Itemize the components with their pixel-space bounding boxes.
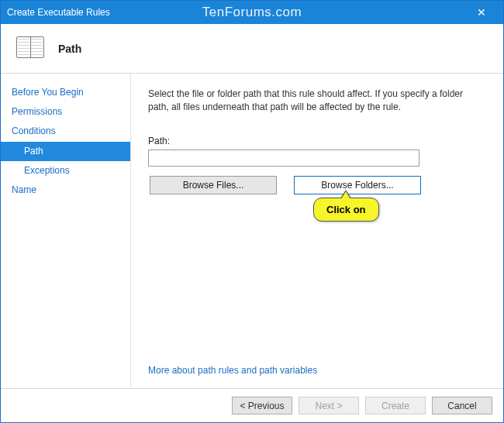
wizard-window: Create Executable Rules TenForums.com ✕ …: [0, 0, 504, 423]
wizard-body: Before You Begin Permissions Conditions …: [1, 74, 503, 388]
wizard-sidebar: Before You Begin Permissions Conditions …: [1, 74, 131, 388]
description-text: Select the file or folder path that this…: [148, 88, 486, 114]
close-icon: ✕: [477, 6, 486, 19]
sidebar-item-path[interactable]: Path: [1, 142, 130, 161]
sidebar-item-exceptions[interactable]: Exceptions: [1, 161, 130, 181]
cancel-button[interactable]: Cancel: [432, 397, 492, 414]
watermark-text: TenForums.com: [202, 5, 302, 20]
sidebar-item-before-you-begin[interactable]: Before You Begin: [1, 83, 130, 102]
next-button: Next >: [299, 397, 359, 414]
callout-text: Click on: [326, 204, 366, 215]
previous-button[interactable]: < Previous: [232, 397, 292, 414]
close-button[interactable]: ✕: [466, 1, 497, 24]
wizard-header: Path: [1, 24, 503, 74]
page-title: Path: [58, 43, 81, 55]
create-button: Create: [365, 397, 426, 414]
titlebar: Create Executable Rules TenForums.com ✕: [1, 1, 503, 24]
browse-folders-button[interactable]: Browse Folders...: [294, 176, 421, 194]
window-title: Create Executable Rules: [7, 7, 110, 18]
more-about-link[interactable]: More about path rules and path variables: [148, 365, 486, 380]
path-input[interactable]: [148, 150, 419, 167]
annotation-callout: Click on: [313, 198, 379, 222]
path-label: Path:: [148, 136, 486, 146]
sidebar-item-name[interactable]: Name: [1, 181, 130, 200]
browse-button-row: Browse Files... Browse Folders...: [150, 176, 486, 194]
wizard-footer: < Previous Next > Create Cancel: [1, 388, 503, 422]
browse-files-button[interactable]: Browse Files...: [150, 176, 277, 194]
sidebar-item-permissions[interactable]: Permissions: [1, 102, 130, 122]
book-icon: [16, 36, 44, 61]
wizard-content: Select the file or folder path that this…: [131, 74, 503, 388]
sidebar-item-conditions[interactable]: Conditions: [1, 122, 130, 141]
